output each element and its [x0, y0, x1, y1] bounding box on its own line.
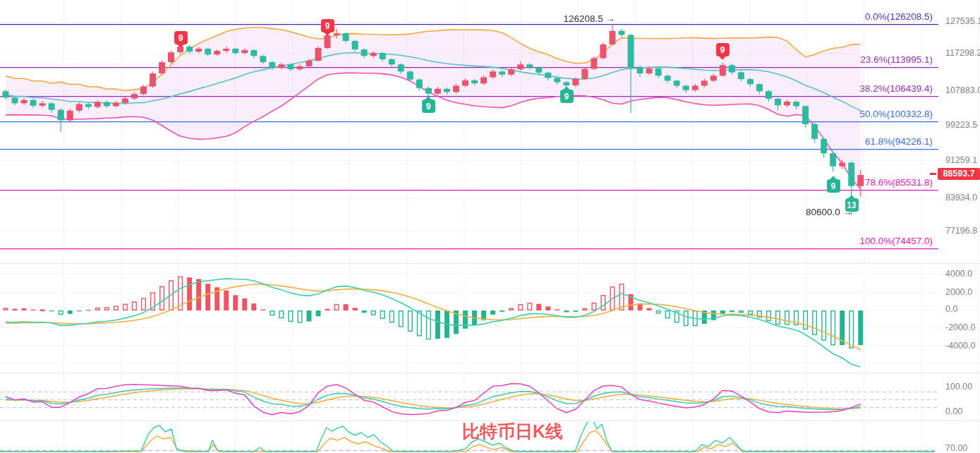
- trading-chart-window: 127535.1117298.2107883.099223.591259.183…: [0, 0, 980, 453]
- price-annotation: 126208.5 →: [563, 13, 615, 24]
- macd-axis-label: -2000.0: [945, 322, 975, 333]
- td-sell-marker: 9: [174, 31, 188, 44]
- price-axis-label: 91259.1: [945, 155, 977, 166]
- macd-axis-label: 2000.0: [945, 286, 972, 298]
- td-buy-marker: 13: [845, 198, 859, 212]
- td-buy-marker: 9: [422, 99, 435, 113]
- kdj-axis-label: 0.00: [945, 406, 962, 417]
- fib-level-label: 78.6%(85531.8): [865, 176, 933, 188]
- macd-axis-label: -4000.0: [945, 340, 975, 351]
- bottom-axis-label: 70.00: [945, 442, 967, 453]
- last-price-badge: 88593.7: [938, 168, 980, 180]
- price-axis-label: 107883.0: [945, 85, 980, 96]
- kdj-axis-label: 100.00: [945, 381, 972, 392]
- fib-level-label: 100.0%(74457.0): [859, 235, 933, 247]
- price-chart-canvas[interactable]: [0, 0, 980, 453]
- chart-title: 比特币日K线: [462, 420, 563, 443]
- td-buy-marker: 9: [827, 179, 840, 193]
- fib-level-label: 23.6%(113995.1): [860, 54, 933, 66]
- price-axis-label: 83934.0: [945, 192, 977, 203]
- fib-level-label: 50.0%(100332.8): [859, 108, 933, 120]
- macd-axis-label: 4000.0: [945, 268, 972, 279]
- last-price-tick: [930, 173, 936, 175]
- fib-level-label: 38.2%(106439.4): [859, 83, 933, 95]
- price-axis-label: 99223.5: [945, 119, 977, 131]
- fib-level-label: 61.8%(94226.1): [865, 135, 933, 147]
- price-axis-label: 77196.8: [945, 225, 977, 236]
- price-axis-label: 117298.2: [945, 47, 980, 59]
- td-buy-marker: 9: [560, 90, 574, 103]
- td-sell-marker: 9: [321, 19, 334, 32]
- td-sell-marker: 9: [716, 43, 730, 56]
- fib-level-label: 0.0%(126208.5): [865, 11, 933, 23]
- macd-axis-label: 0.0: [945, 303, 957, 315]
- price-axis-label: 127535.1: [945, 16, 980, 27]
